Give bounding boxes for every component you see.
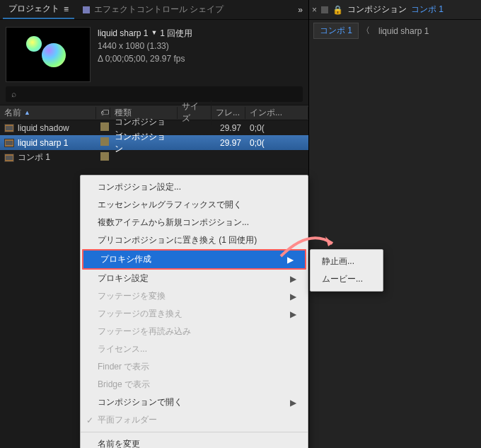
row-extra-label: 0;0( bbox=[245, 123, 308, 133]
row-name-label: コンポ 1 bbox=[18, 151, 50, 163]
thumb-shape-icon bbox=[42, 43, 66, 67]
search-input[interactable]: ⌕ bbox=[6, 86, 303, 102]
menu-set-proxy[interactable]: プロキシ設定▶ bbox=[81, 270, 308, 287]
thumb-shape-icon bbox=[26, 36, 42, 52]
submenu-movie[interactable]: ムービー... bbox=[311, 270, 383, 288]
row-name-label: liquid sharp 1 bbox=[18, 138, 68, 148]
item-info-text: liquid sharp 1 ▼ 1 回使用 1440 x 1080 (1.33… bbox=[98, 27, 192, 82]
tag-swatch-icon[interactable] bbox=[100, 137, 109, 146]
search-row: ⌕ bbox=[0, 86, 308, 105]
project-item-row[interactable]: コンポ 1 bbox=[0, 150, 308, 165]
column-import[interactable]: インポ... bbox=[245, 107, 308, 119]
item-thumbnail[interactable] bbox=[6, 27, 91, 82]
tab-composition-name[interactable]: コンポ 1 bbox=[411, 4, 444, 16]
row-fps-label: 29.97 bbox=[211, 123, 245, 133]
search-icon: ⌕ bbox=[11, 89, 16, 99]
dropdown-icon[interactable]: ▼ bbox=[151, 28, 157, 38]
menu-open-in-comp[interactable]: コンポジションで開く▶ bbox=[81, 394, 308, 411]
lock-icon[interactable]: 🔒 bbox=[332, 5, 343, 15]
submenu-arrow-icon: ▶ bbox=[287, 255, 294, 265]
tab-project[interactable]: プロジェクト ≡ bbox=[3, 0, 74, 19]
flowchart-breadcrumb: コンポ 1 〈 liquid sharp 1 bbox=[309, 20, 481, 42]
submenu-arrow-icon: ▶ bbox=[290, 274, 296, 284]
item-dimensions: 1440 x 1080 (1.33) bbox=[98, 40, 192, 52]
tab-composition-label[interactable]: コンポジション bbox=[347, 4, 407, 16]
tag-swatch-icon[interactable] bbox=[100, 122, 109, 131]
menu-convert-footage: フッテージを変換▶ bbox=[81, 287, 308, 305]
menu-create-proxy[interactable]: プロキシ作成▶ bbox=[82, 249, 306, 270]
sort-asc-icon: ▲ bbox=[24, 109, 30, 116]
menu-reveal-bridge: Bridge で表示 bbox=[81, 376, 308, 394]
comp-icon bbox=[4, 154, 14, 162]
submenu-still[interactable]: 静止画... bbox=[311, 253, 383, 270]
submenu-arrow-icon: ▶ bbox=[290, 309, 296, 319]
left-panel-tabs: プロジェクト ≡ エフェクトコントロール シェイプ » bbox=[0, 0, 308, 20]
comp-icon bbox=[4, 124, 14, 132]
tag-swatch-icon[interactable] bbox=[100, 152, 109, 161]
tabs-overflow-icon[interactable]: » bbox=[298, 5, 306, 15]
tab-effect-label: エフェクトコントロール シェイプ bbox=[94, 4, 224, 16]
item-timecode: Δ 0;00;05;00, 29.97 fps bbox=[98, 52, 192, 65]
submenu-arrow-icon: ▶ bbox=[290, 398, 296, 408]
menu-reveal-finder: Finder で表示 bbox=[81, 358, 308, 376]
menu-license: ライセンス... bbox=[81, 340, 308, 358]
row-extra-label: 0;0( bbox=[245, 138, 308, 148]
chevron-left-icon: 〈 bbox=[361, 25, 370, 37]
column-tag[interactable]: 🏷 bbox=[96, 108, 110, 117]
right-tabs: × 🔒 コンポジション コンポ 1 bbox=[309, 0, 481, 20]
crumb-current[interactable]: コンポ 1 bbox=[313, 23, 359, 39]
tab-effect-controls[interactable]: エフェクトコントロール シェイプ bbox=[77, 1, 229, 18]
submenu-create-proxy: 静止画... ムービー... bbox=[310, 249, 383, 292]
comp-icon bbox=[4, 139, 14, 147]
menu-comp-settings[interactable]: コンポジション設定... bbox=[81, 178, 308, 196]
layer-color-icon bbox=[83, 6, 90, 13]
item-usage: 1 回使用 bbox=[160, 27, 192, 40]
menu-open-eg[interactable]: エッセンシャルグラフィックスで開く bbox=[81, 196, 308, 214]
column-name-label: 名前 bbox=[4, 107, 21, 119]
row-name-label: liquid shadow bbox=[18, 123, 69, 133]
close-tab-icon[interactable]: × bbox=[312, 5, 317, 15]
tag-icon: 🏷 bbox=[100, 108, 109, 117]
menu-new-from-multi[interactable]: 複数アイテムから新規コンポジション... bbox=[81, 214, 308, 231]
tab-project-label: プロジェクト bbox=[8, 3, 59, 15]
menu-replace-footage: フッテージの置き換え▶ bbox=[81, 305, 308, 323]
crumb-item[interactable]: liquid sharp 1 bbox=[373, 25, 434, 38]
item-name: liquid sharp 1 bbox=[98, 27, 148, 40]
row-fps-label: 29.97 bbox=[211, 138, 245, 148]
menu-rename[interactable]: 名前を変更 bbox=[81, 435, 308, 448]
menu-solid-folder: 平面フォルダー bbox=[81, 411, 308, 429]
menu-reload-footage: フッテージを再読み込み bbox=[81, 323, 308, 340]
context-menu: コンポジション設定... エッセンシャルグラフィックスで開く 複数アイテムから新… bbox=[80, 175, 308, 448]
menu-replace-precomp[interactable]: プリコンポジションに置き換え (1 回使用) bbox=[81, 231, 308, 249]
menu-separator bbox=[81, 432, 308, 432]
panel-menu-icon[interactable]: ≡ bbox=[64, 4, 69, 14]
column-fps[interactable]: フレ... bbox=[211, 107, 245, 119]
item-info-row: liquid sharp 1 ▼ 1 回使用 1440 x 1080 (1.33… bbox=[0, 20, 308, 86]
layer-color-icon bbox=[321, 6, 328, 13]
submenu-arrow-icon: ▶ bbox=[290, 292, 296, 301]
composition-panel: × 🔒 コンポジション コンポ 1 コンポ 1 〈 liquid sharp 1 bbox=[309, 0, 481, 448]
project-item-row[interactable]: liquid sharp 1 コンポジション 29.97 0;0( bbox=[0, 135, 308, 150]
column-name[interactable]: 名前 ▲ bbox=[0, 107, 96, 119]
